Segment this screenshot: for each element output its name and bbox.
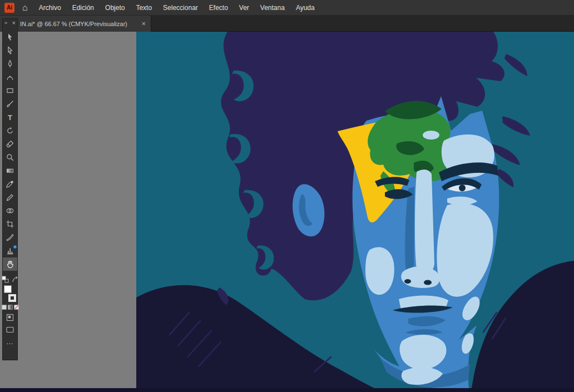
- menu-item-ver[interactable]: Ver: [234, 0, 255, 16]
- artboard-canvas[interactable]: [136, 32, 574, 388]
- menu-item-objeto[interactable]: Objeto: [100, 0, 130, 16]
- curvature-tool-icon: [6, 73, 14, 82]
- eyedropper-tool[interactable]: [3, 177, 17, 191]
- tools-list: T: [3, 27, 17, 271]
- menu-item-texto[interactable]: Texto: [130, 0, 157, 16]
- menu-bar: Ai ⌂ Archivo Edición Objeto Texto Selecc…: [0, 0, 574, 16]
- stroke-swatch[interactable]: [8, 294, 16, 302]
- window-bottom-edge: [0, 388, 574, 392]
- screen-mode-icon[interactable]: [6, 325, 14, 334]
- curvature-tool[interactable]: [3, 71, 17, 84]
- shape-builder-tool[interactable]: [3, 204, 17, 217]
- slice-tool-icon: [6, 233, 14, 242]
- menu-item-efecto[interactable]: Efecto: [204, 0, 234, 16]
- document-tab-bar: IN.ai* @ 66.67 % (CMYK/Previsualizar) ×: [0, 16, 574, 32]
- gradient-tool[interactable]: [3, 164, 17, 177]
- tools-panel-header: » ×: [3, 19, 17, 27]
- paintbrush-tool[interactable]: [3, 97, 17, 111]
- paintbrush-tool-icon: [6, 100, 14, 108]
- toolbar-extras: …: [3, 275, 17, 346]
- pencil-tool-icon: [6, 193, 14, 202]
- fill-swatch[interactable]: [4, 285, 12, 293]
- edit-toolbar-icon[interactable]: …: [6, 338, 14, 346]
- rotate-tool[interactable]: [3, 124, 17, 137]
- nostril-right: [424, 280, 432, 285]
- hand-tool[interactable]: [3, 257, 17, 271]
- home-icon[interactable]: ⌂: [22, 0, 28, 16]
- rotate-tool-icon: [6, 126, 14, 135]
- menu-item-edicion[interactable]: Edición: [67, 0, 100, 16]
- app-logo-icon[interactable]: Ai: [4, 3, 14, 13]
- illustrator-window: Ai ⌂ Archivo Edición Objeto Texto Selecc…: [0, 0, 574, 392]
- document-tab-title: IN.ai* @ 66.67 % (CMYK/Previsualizar): [0, 21, 136, 27]
- zoom-tool-icon: [6, 153, 14, 162]
- nostril-left: [404, 279, 411, 284]
- vector-portrait-illustration: [136, 32, 574, 388]
- none-mode-icon[interactable]: [14, 305, 19, 310]
- hand-tool-icon: [6, 260, 14, 269]
- tab-close-icon[interactable]: ×: [136, 19, 151, 28]
- default-colors-icon[interactable]: [2, 276, 9, 283]
- pencil-tool[interactable]: [3, 191, 17, 204]
- rectangle-tool-icon: [6, 86, 14, 95]
- type-tool-icon: T: [8, 113, 12, 122]
- eraser-tool-icon: [6, 140, 14, 148]
- direct-selection-tool[interactable]: [3, 44, 17, 57]
- selection-tool[interactable]: [3, 31, 17, 44]
- tools-panel: » ×: [2, 18, 18, 360]
- draw-mode-icon[interactable]: [6, 313, 14, 322]
- eraser-tool[interactable]: [3, 137, 17, 151]
- direct-selection-tool-icon: [6, 46, 14, 55]
- gradient-tool-icon: [6, 166, 14, 175]
- artboard-tool-icon: [6, 220, 14, 229]
- menu-item-ayuda[interactable]: Ayuda: [290, 0, 320, 16]
- panel-close-icon[interactable]: ×: [12, 19, 16, 26]
- fill-stroke-indicator: [3, 285, 17, 302]
- color-mode-icon[interactable]: [2, 305, 7, 310]
- gradient-mode-icon[interactable]: [8, 305, 13, 310]
- rectangle-tool[interactable]: [3, 84, 17, 97]
- graph-tool[interactable]: [3, 244, 17, 257]
- menu-item-seleccionar[interactable]: Seleccionar: [157, 0, 204, 16]
- pen-tool[interactable]: [3, 57, 17, 71]
- eyedropper-tool-icon: [6, 180, 14, 188]
- shape-builder-tool-icon: [6, 206, 14, 215]
- document-tab[interactable]: IN.ai* @ 66.67 % (CMYK/Previsualizar) ×: [0, 16, 151, 32]
- pasteboard[interactable]: [0, 32, 136, 388]
- pupil: [459, 185, 466, 191]
- swap-colors-icon[interactable]: [11, 276, 18, 283]
- zoom-tool[interactable]: [3, 151, 17, 164]
- menu-item-archivo[interactable]: Archivo: [33, 0, 67, 16]
- type-tool[interactable]: T: [3, 111, 17, 124]
- pen-tool-icon: [6, 59, 14, 68]
- menu-item-ventana[interactable]: Ventana: [255, 0, 290, 16]
- artboard-tool[interactable]: [3, 217, 17, 231]
- panel-expand-icon[interactable]: »: [4, 20, 7, 26]
- selection-tool-icon: [6, 33, 14, 42]
- slice-tool[interactable]: [3, 231, 17, 244]
- notification-dot: [13, 245, 17, 249]
